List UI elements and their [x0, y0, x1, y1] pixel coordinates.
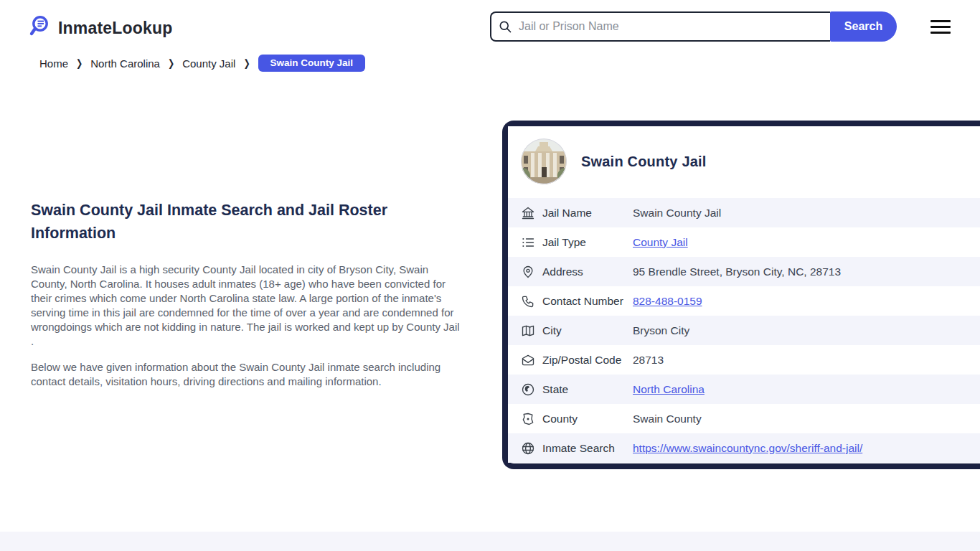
- jail-photo: [521, 138, 567, 184]
- search-input[interactable]: [490, 11, 830, 42]
- info-row-jail-name: Jail Name Swain County Jail: [508, 198, 980, 227]
- globe-icon: [521, 441, 535, 456]
- phone-icon: [521, 294, 535, 309]
- chevron-right-icon: ❯: [168, 57, 174, 69]
- info-row-state: State North Carolina: [508, 375, 980, 404]
- breadcrumb-current-badge: Swain County Jail: [258, 55, 366, 72]
- breadcrumb-state[interactable]: North Carolina: [90, 57, 160, 70]
- info-row-inmate-search: Inmate Search https://www.swaincountync.…: [508, 433, 980, 463]
- breadcrumb-home[interactable]: Home: [39, 57, 68, 70]
- search-bar: Search: [490, 11, 897, 42]
- header: InmateLookup Search: [0, 0, 980, 50]
- jail-info-table: Jail Name Swain County Jail Jail Type Co…: [508, 198, 980, 463]
- bank-icon: [521, 206, 535, 220]
- chevron-right-icon: ❯: [76, 57, 83, 69]
- info-row-contact-number: Contact Number 828-488-0159: [508, 286, 980, 316]
- footer-band: [0, 532, 980, 551]
- county-outline-icon: [521, 412, 535, 426]
- breadcrumb-jail-type[interactable]: County Jail: [182, 57, 235, 70]
- contact-number-link[interactable]: 828-488-0159: [633, 295, 702, 307]
- map-icon: [521, 324, 535, 338]
- search-button[interactable]: Search: [830, 11, 897, 42]
- globe-americas-icon: [521, 382, 535, 397]
- state-link[interactable]: North Carolina: [633, 383, 705, 395]
- info-row-county: County Swain County: [508, 404, 980, 433]
- menu-icon[interactable]: [930, 20, 951, 34]
- info-row-zip: Zip/Postal Code 28713: [508, 345, 980, 375]
- map-pin-icon: [521, 265, 535, 279]
- info-row-address: Address 95 Brendle Street, Bryson City, …: [508, 257, 980, 286]
- card-title: Swain County Jail: [581, 154, 707, 170]
- list-icon: [521, 235, 535, 250]
- brand-logo[interactable]: InmateLookup: [27, 14, 173, 42]
- magnifier-document-icon: [27, 14, 52, 42]
- info-row-jail-type: Jail Type County Jail: [508, 227, 980, 257]
- page-title: Swain County Jail Inmate Search and Jail…: [31, 199, 461, 245]
- article: Swain County Jail Inmate Search and Jail…: [31, 199, 461, 400]
- inmate-search-link[interactable]: https://www.swaincountync.gov/sheriff-an…: [633, 442, 862, 454]
- jail-type-link[interactable]: County Jail: [633, 236, 688, 248]
- brand-name: InmateLookup: [58, 19, 173, 38]
- jail-info-card: Swain County Jail Jail Name Swain County…: [502, 121, 980, 469]
- breadcrumb: Home ❯ North Carolina ❯ County Jail ❯ Sw…: [39, 55, 365, 72]
- info-row-city: City Bryson City: [508, 316, 980, 345]
- article-paragraph-1: Swain County Jail is a high security Cou…: [31, 263, 461, 349]
- article-paragraph-2: Below we have given information about th…: [31, 360, 461, 389]
- search-icon: [498, 19, 512, 34]
- card-header: Swain County Jail: [508, 126, 980, 198]
- chevron-right-icon: ❯: [243, 57, 250, 69]
- envelope-icon: [521, 353, 535, 367]
